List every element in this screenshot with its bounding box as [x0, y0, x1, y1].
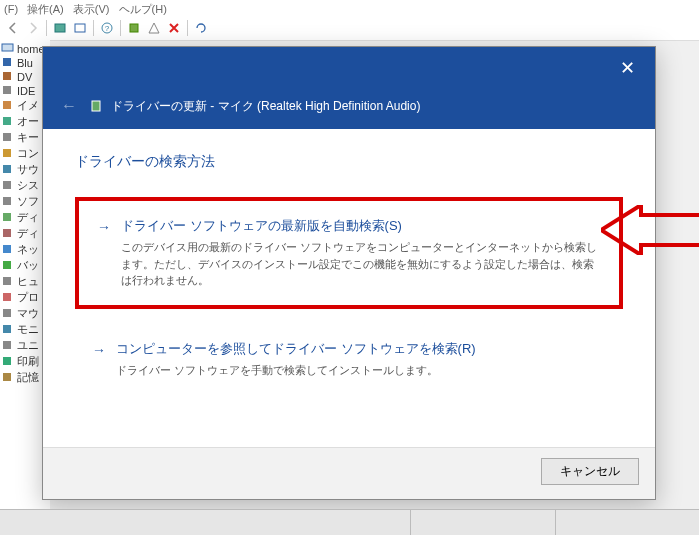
svg-rect-16: [3, 213, 11, 221]
svg-rect-17: [3, 229, 11, 237]
tree-item-label: コン: [17, 146, 39, 161]
device-category-icon: [1, 70, 14, 83]
option-browse-title: コンピューターを参照してドライバー ソフトウェアを検索(R): [116, 340, 476, 358]
back-arrow-icon[interactable]: ←: [57, 95, 81, 117]
uninstall-icon[interactable]: [165, 19, 183, 37]
svg-rect-22: [3, 309, 11, 317]
device-category-icon: [1, 211, 14, 224]
divider: [187, 20, 188, 36]
device-category-icon: [1, 163, 14, 176]
menu-file[interactable]: (F): [4, 3, 18, 15]
svg-text:?: ?: [105, 24, 110, 33]
dialog-titlebar: ✕: [43, 47, 655, 89]
device-category-icon: [1, 147, 14, 160]
menu-view[interactable]: 表示(V): [73, 3, 110, 15]
tree-item-label: ソフ: [17, 194, 39, 209]
divider: [410, 510, 411, 535]
tree-item-label: マウ: [17, 306, 39, 321]
svg-rect-26: [3, 373, 11, 381]
back-icon[interactable]: [4, 19, 22, 37]
svg-rect-5: [2, 44, 13, 51]
tree-item-label: モニ: [17, 322, 39, 337]
device-category-icon: [1, 179, 14, 192]
disable-icon[interactable]: [145, 19, 163, 37]
divider: [555, 510, 556, 535]
svg-rect-25: [3, 357, 11, 365]
svg-rect-13: [3, 165, 11, 173]
tree-item-label: ユニ: [17, 338, 39, 353]
device-category-icon: [1, 243, 14, 256]
svg-rect-9: [3, 101, 11, 109]
svg-rect-23: [3, 325, 11, 333]
device-category-icon: [1, 307, 14, 320]
driver-update-dialog: ✕ ← ドライバーの更新 - マイク (Realtek High Definit…: [42, 46, 656, 500]
device-category-icon: [1, 84, 14, 97]
help-icon[interactable]: ?: [98, 19, 116, 37]
computer-icon: [1, 42, 14, 55]
cancel-button[interactable]: キャンセル: [541, 458, 639, 485]
divider: [46, 20, 47, 36]
svg-rect-20: [3, 277, 11, 285]
device-small-icon: [89, 99, 103, 113]
status-bar: [0, 509, 699, 535]
tree-item-label: 印刷: [17, 354, 39, 369]
device-category-icon: [1, 56, 14, 69]
tree-item-label: イメ: [17, 98, 39, 113]
device-category-icon: [1, 115, 14, 128]
tree-item-label: オー: [17, 114, 39, 129]
tree-item-label: ヒュ: [17, 274, 39, 289]
tree-item-label: キー: [17, 130, 39, 145]
svg-rect-12: [3, 149, 11, 157]
toolbar: ?: [0, 16, 699, 41]
device-category-icon: [1, 323, 14, 336]
refresh-icon[interactable]: [192, 19, 210, 37]
dialog-body: ドライバーの検索方法 → ドライバー ソフトウェアの最新版を自動検索(S) この…: [43, 129, 655, 447]
svg-rect-18: [3, 245, 11, 253]
tree-item-label: シス: [17, 178, 39, 193]
dialog-title-text: ドライバーの更新 - マイク (Realtek High Definition …: [111, 98, 420, 115]
svg-rect-6: [3, 58, 11, 66]
search-method-heading: ドライバーの検索方法: [75, 153, 623, 171]
svg-rect-19: [3, 261, 11, 269]
tree-item-label: プロ: [17, 290, 39, 305]
svg-rect-14: [3, 181, 11, 189]
update-icon[interactable]: [125, 19, 143, 37]
option-auto-desc: このデバイス用の最新のドライバー ソフトウェアをコンピューターとインターネットか…: [121, 239, 601, 289]
tree-item-label: ネッ: [17, 242, 39, 257]
close-icon[interactable]: ✕: [612, 53, 643, 83]
arrow-right-icon: →: [92, 342, 106, 358]
tree-item-label: ディ: [17, 226, 39, 241]
forward-icon[interactable]: [24, 19, 42, 37]
scan-icon[interactable]: [71, 19, 89, 37]
device-category-icon: [1, 371, 14, 384]
device-category-icon: [1, 99, 14, 112]
device-category-icon: [1, 291, 14, 304]
dialog-header: ← ドライバーの更新 - マイク (Realtek High Definitio…: [43, 89, 655, 129]
device-category-icon: [1, 275, 14, 288]
menu-action[interactable]: 操作(A): [27, 3, 64, 15]
option-auto-search[interactable]: → ドライバー ソフトウェアの最新版を自動検索(S) このデバイス用の最新のドラ…: [75, 197, 623, 309]
device-category-icon: [1, 195, 14, 208]
option-auto-title: ドライバー ソフトウェアの最新版を自動検索(S): [121, 217, 601, 235]
tree-item-label: サウ: [17, 162, 39, 177]
tree-item-label: ディ: [17, 210, 39, 225]
tree-item-label: バッ: [17, 258, 39, 273]
svg-rect-7: [3, 72, 11, 80]
menu-help[interactable]: ヘルプ(H): [119, 3, 167, 15]
option-browse[interactable]: → コンピューターを参照してドライバー ソフトウェアを検索(R) ドライバー ソ…: [75, 327, 623, 392]
tree-item-label: 記憶: [17, 370, 39, 385]
dialog-footer: キャンセル: [43, 447, 655, 499]
svg-rect-1: [75, 24, 85, 32]
svg-rect-10: [3, 117, 11, 125]
divider: [93, 20, 94, 36]
tree-item-label: IDE: [17, 85, 35, 97]
device-category-icon: [1, 339, 14, 352]
svg-rect-4: [130, 24, 138, 32]
device-icon[interactable]: [51, 19, 69, 37]
svg-rect-11: [3, 133, 11, 141]
option-browse-desc: ドライバー ソフトウェアを手動で検索してインストールします。: [116, 362, 476, 379]
device-category-icon: [1, 227, 14, 240]
device-category-icon: [1, 355, 14, 368]
svg-rect-21: [3, 293, 11, 301]
tree-item-label: Blu: [17, 57, 33, 69]
